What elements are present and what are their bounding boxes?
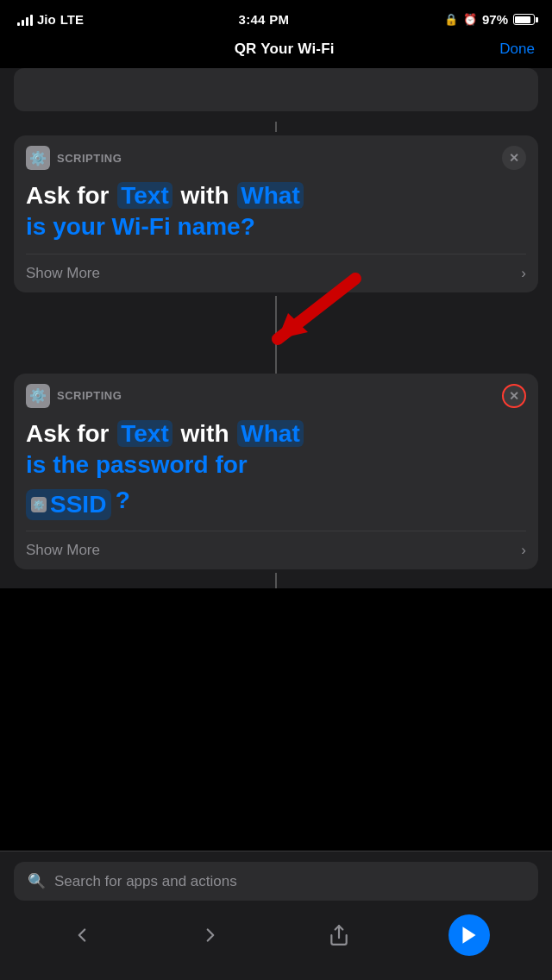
action-card-2: ⚙️ SCRIPTING ✕ Ask for Text with What is… xyxy=(14,374,538,569)
card-1-ask-line: Ask for Text with What xyxy=(26,180,526,211)
chevron-right-icon-2: › xyxy=(521,542,526,559)
card-1-prompt-text: is your Wi-Fi name? xyxy=(26,211,526,242)
carrier-label: Jio xyxy=(37,12,56,27)
card-2-ask-for: Ask for xyxy=(26,420,109,447)
bottom-section: 🔍 Search for apps and actions xyxy=(0,851,552,980)
status-bar: Jio LTE 3:44 PM 🔒 ⏰ 97% xyxy=(0,0,552,34)
card-2-ask-line: Ask for Text with What xyxy=(26,418,526,449)
card-2-body: Ask for Text with What is the password f… xyxy=(14,415,538,531)
close-icon-1: ✕ xyxy=(509,152,519,164)
ssid-label: SSID xyxy=(50,491,106,518)
card-1-what-token[interactable]: What xyxy=(237,182,303,209)
chevron-right-icon-1: › xyxy=(521,265,526,282)
main-content: ⚙️ SCRIPTING ✕ Ask for Text with What is… xyxy=(0,68,552,588)
action-card-1: ⚙️ SCRIPTING ✕ Ask for Text with What is… xyxy=(14,135,538,292)
card-2-what-token[interactable]: What xyxy=(237,420,303,447)
card-1-show-more[interactable]: Show More › xyxy=(14,254,538,292)
svg-marker-1 xyxy=(278,313,308,339)
nav-bar: QR Your Wi-Fi Done xyxy=(0,34,552,68)
page-title: QR Your Wi-Fi xyxy=(235,41,335,58)
show-more-label-1: Show More xyxy=(26,265,100,282)
connector-1 xyxy=(0,122,552,132)
card-1-header-left: ⚙️ SCRIPTING xyxy=(26,146,122,170)
forward-button[interactable] xyxy=(191,916,229,954)
ssid-suffix: ? xyxy=(116,487,130,513)
show-more-label-2: Show More xyxy=(26,542,100,559)
ssid-gear-icon: ⚙️ xyxy=(31,497,47,512)
status-right: 🔒 ⏰ 97% xyxy=(444,12,535,27)
card-1-header: ⚙️ SCRIPTING ✕ xyxy=(14,135,538,177)
svg-marker-3 xyxy=(462,927,475,944)
alarm-icon: ⏰ xyxy=(463,13,477,26)
scripting-label-2: SCRIPTING xyxy=(57,389,122,402)
back-button[interactable] xyxy=(63,916,101,954)
signal-bars xyxy=(17,14,33,26)
card-2-header-left: ⚙️ SCRIPTING xyxy=(26,384,122,408)
scripting-label-1: SCRIPTING xyxy=(57,152,122,165)
gear-icon-2: ⚙️ xyxy=(26,384,50,408)
battery-indicator xyxy=(513,14,535,25)
done-button[interactable]: Done xyxy=(499,41,535,58)
status-left: Jio LTE xyxy=(17,12,84,27)
card-2-ssid-line: ⚙️ SSID ? xyxy=(26,485,526,521)
search-placeholder: Search for apps and actions xyxy=(54,873,237,890)
share-button[interactable] xyxy=(320,916,358,954)
card-2-with: with xyxy=(181,420,229,447)
close-icon-2: ✕ xyxy=(509,390,519,402)
battery-percent: 97% xyxy=(482,12,508,27)
connector-2 xyxy=(275,296,277,374)
status-time: 3:44 PM xyxy=(239,12,290,27)
play-button[interactable] xyxy=(448,914,490,956)
card-2-text-token[interactable]: Text xyxy=(117,420,172,447)
bottom-toolbar xyxy=(0,908,552,980)
close-button-2[interactable]: ✕ xyxy=(502,384,526,408)
card-1-with: with xyxy=(181,182,229,209)
search-bar[interactable]: 🔍 Search for apps and actions xyxy=(14,862,538,901)
card-1-body: Ask for Text with What is your Wi-Fi nam… xyxy=(14,177,538,254)
close-button-1[interactable]: ✕ xyxy=(502,146,526,170)
card-2-show-more[interactable]: Show More › xyxy=(14,531,538,569)
card-1-ask-for: Ask for xyxy=(26,182,109,209)
connector-3 xyxy=(0,573,552,588)
network-type-label: LTE xyxy=(60,12,84,27)
search-bar-container: 🔍 Search for apps and actions xyxy=(0,851,552,908)
card-2-header: ⚙️ SCRIPTING ✕ xyxy=(14,374,538,415)
card-2-password-line: is the password for xyxy=(26,449,526,481)
card-1-text-token[interactable]: Text xyxy=(117,182,172,209)
partial-card-top xyxy=(14,68,538,111)
lock-icon: 🔒 xyxy=(444,13,458,26)
search-icon: 🔍 xyxy=(28,872,46,890)
ssid-pill[interactable]: ⚙️ SSID xyxy=(26,489,111,520)
arrow-section xyxy=(0,296,552,374)
gear-icon-1: ⚙️ xyxy=(26,146,50,170)
